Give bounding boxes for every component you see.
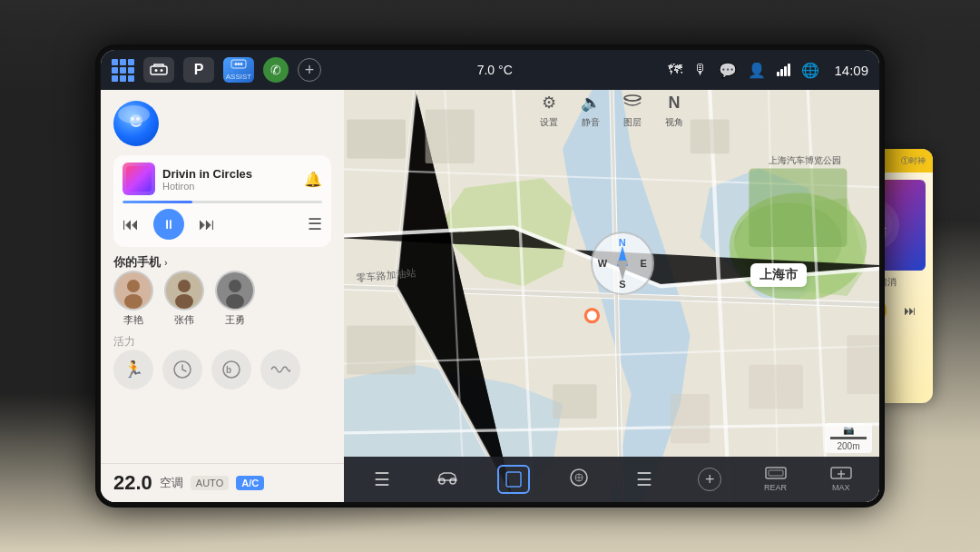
contact-avatar-3 [215, 271, 255, 310]
svg-point-40 [450, 478, 456, 484]
assist-button[interactable]: ASSIST [223, 57, 254, 83]
assistant-avatar[interactable] [113, 101, 159, 146]
activity-btn-clock[interactable] [162, 350, 202, 389]
scale-icon: 📷 [843, 425, 854, 435]
activity-btn-run[interactable]: 🏃 [113, 350, 153, 389]
svg-rect-29 [749, 365, 802, 409]
tb-gamepad-button[interactable] [548, 468, 610, 492]
view-label: 视角 [665, 116, 683, 129]
city-label: 上海市 [750, 263, 807, 287]
rear-label: REAR [764, 483, 787, 492]
tb-add-button[interactable]: + [679, 468, 740, 491]
map-view-button[interactable]: N 视角 [662, 91, 686, 129]
globe-icon[interactable]: 🌐 [801, 62, 819, 79]
time-display: 14:09 [834, 63, 868, 78]
svg-point-2 [161, 69, 163, 72]
map-bottom-toolbar: ☰ [344, 457, 879, 502]
svg-rect-27 [347, 325, 416, 374]
climate-auto-badge[interactable]: AUTO [191, 476, 229, 490]
contact-item[interactable]: 李艳 [113, 271, 153, 327]
next-button[interactable]: ⏭ [199, 215, 215, 234]
climate-ac-badge[interactable]: A/C [236, 476, 264, 490]
rear-icon [765, 467, 787, 481]
tb-menu-button[interactable]: ☰ [351, 468, 413, 490]
parking-button[interactable]: P [183, 57, 214, 83]
tb-add-icon: + [698, 468, 721, 491]
tb-car-button[interactable] [416, 468, 478, 492]
album-art-inner [126, 166, 152, 192]
tb-list-icon: ☰ [636, 468, 652, 490]
map-svg: 零车路加油站 上海汽车博览公园 [344, 90, 879, 502]
svg-point-34 [587, 310, 597, 320]
map-settings-button[interactable]: ⚙ 设置 [537, 91, 561, 129]
activity-btn-wave[interactable] [260, 350, 300, 389]
activity-btn-beats[interactable]: b [211, 350, 251, 389]
view-icon: N [662, 91, 686, 114]
phone-section-title[interactable]: 你的手机 › [113, 254, 331, 271]
playlist-button[interactable]: ☰ [308, 214, 322, 234]
svg-rect-32 [671, 394, 710, 443]
music-text: Drivin in Circles Hotiron [162, 167, 297, 192]
screen-outer: P ASSIST ✆ [95, 44, 885, 508]
svg-point-1 [155, 69, 158, 72]
main-content: Drivin in Circles Hotiron 🔔 ⏮ ⏸ ⏭ [101, 90, 879, 502]
climate-ac-label: 空调 [160, 475, 183, 491]
svg-rect-41 [506, 472, 521, 487]
phone-button[interactable]: ✆ [263, 57, 289, 83]
home-grid-icon[interactable] [112, 59, 134, 82]
layers-icon [621, 91, 644, 114]
settings-icon: ⚙ [537, 91, 561, 114]
svg-point-17 [229, 280, 241, 292]
svg-point-18 [226, 294, 244, 309]
contact-item[interactable]: 王勇 [215, 271, 255, 327]
user-icon[interactable]: 👤 [748, 62, 766, 79]
music-artist: Hotiron [162, 181, 297, 192]
music-progress-fill [122, 201, 192, 203]
svg-rect-0 [151, 66, 167, 74]
top-right-icons: 🗺 🎙 💬 👤 🌐 14:09 [668, 62, 868, 79]
music-info-row: Drivin in Circles Hotiron 🔔 [122, 163, 322, 195]
contact-name-1: 李艳 [123, 313, 143, 327]
scale-text: 200m [837, 441, 859, 451]
tb-menu-icon: ☰ [374, 468, 390, 490]
svg-point-5 [238, 63, 240, 65]
map-mute-button[interactable]: 🔈 静音 [579, 91, 603, 129]
mic-icon[interactable]: 🎙 [693, 62, 708, 78]
settings-label: 设置 [540, 116, 558, 129]
tb-gamepad-icon [566, 468, 592, 492]
tb-max-button[interactable]: MAX [810, 467, 872, 492]
parking-label: P [194, 62, 204, 78]
tb-rear-button[interactable]: REAR [745, 467, 807, 492]
compass: N S E W [591, 232, 654, 295]
contact-name-3: 王勇 [225, 313, 245, 327]
tb-car-icon [435, 468, 460, 492]
play-pause-button[interactable]: ⏸ [153, 209, 184, 240]
compass-ring: N S E W [591, 232, 654, 295]
add-button[interactable]: + [298, 58, 321, 82]
phone-section: 你的手机 › [113, 254, 331, 327]
svg-point-15 [175, 294, 193, 309]
top-bar-left-icons: P ASSIST ✆ [112, 57, 321, 83]
tb-list-button[interactable]: ☰ [613, 468, 675, 490]
max-icon [830, 467, 852, 481]
mini-next[interactable]: ⏭ [904, 303, 916, 318]
message-icon[interactable]: 💬 [719, 62, 737, 79]
max-label: MAX [832, 483, 850, 492]
svg-point-12 [124, 294, 142, 309]
map-top-toolbar: ⚙ 设置 🔈 静音 [344, 90, 879, 130]
dashboard-button[interactable] [143, 57, 174, 83]
contact-item[interactable]: 张伟 [164, 271, 204, 327]
scale-bar: 📷 200m [825, 423, 872, 453]
music-controls: ⏮ ⏸ ⏭ ☰ [122, 209, 322, 240]
map-icon[interactable]: 🗺 [668, 62, 682, 78]
notification-bell-icon[interactable]: 🔔 [304, 171, 322, 188]
map-layers-button[interactable]: 图层 [621, 91, 644, 129]
music-progress-bar[interactable] [122, 201, 322, 203]
tb-home-button[interactable] [483, 465, 544, 494]
svg-rect-30 [847, 335, 879, 394]
climate-bar: 22.0 空调 AUTO A/C [101, 463, 344, 502]
prev-button[interactable]: ⏮ [122, 215, 139, 234]
scale-container: 📷 200m [825, 423, 872, 453]
compass-w: W [598, 258, 607, 269]
map-area[interactable]: 零车路加油站 上海汽车博览公园 目的地 N S E W [344, 90, 879, 502]
